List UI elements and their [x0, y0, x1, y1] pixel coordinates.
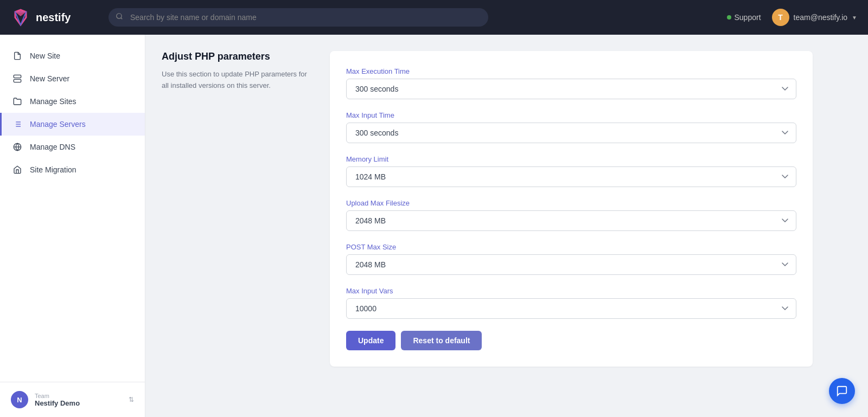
logo: nestify	[11, 8, 98, 27]
update-button[interactable]: Update	[346, 331, 395, 350]
sidebar-item-site-migration[interactable]: Site Migration	[0, 158, 145, 181]
form-group-upload-max-filesize: Upload Max Filesize 2048 MB 256 MB 512 M…	[346, 199, 796, 231]
search-icon	[116, 12, 123, 22]
sidebar-footer-avatar: N	[11, 391, 28, 408]
sidebar-footer-info: Team Nestify Demo	[35, 393, 122, 407]
sidebar-item-manage-dns[interactable]: Manage DNS	[0, 136, 145, 158]
nestify-logo-icon	[11, 8, 30, 27]
globe-icon	[12, 142, 22, 152]
user-email: team@nestify.io	[794, 13, 848, 22]
form-group-max-input-time: Max Input Time 300 seconds 60 seconds 12…	[346, 111, 796, 143]
user-menu[interactable]: T team@nestify.io ▼	[772, 9, 857, 26]
header: nestify Support T team@nestify.io ▼	[0, 0, 868, 35]
folder-icon	[12, 97, 22, 106]
label-max-input-vars: Max Input Vars	[346, 287, 796, 295]
sidebar: New Site New Server Manage Sites	[0, 35, 145, 417]
form-group-max-input-vars: Max Input Vars 10000 1000 3000 5000 2000…	[346, 287, 796, 319]
file-icon	[12, 51, 22, 61]
chevron-down-icon: ▼	[852, 15, 857, 21]
search-bar	[108, 8, 488, 27]
chat-fab-button[interactable]	[829, 378, 855, 404]
sidebar-item-label: Manage Servers	[30, 120, 86, 129]
select-max-input-time[interactable]: 300 seconds 60 seconds 120 seconds 180 s…	[346, 123, 796, 143]
label-max-input-time: Max Input Time	[346, 111, 796, 119]
form-group-memory-limit: Memory Limit 1024 MB 256 MB 512 MB 2048 …	[346, 155, 796, 187]
sidebar-team-label: Team	[35, 393, 122, 399]
select-memory-limit[interactable]: 1024 MB 256 MB 512 MB 2048 MB	[346, 166, 796, 187]
support-label: Support	[735, 13, 761, 22]
sidebar-item-label: New Site	[30, 52, 60, 60]
select-max-execution-time[interactable]: 300 seconds 60 seconds 120 seconds 180 s…	[346, 79, 796, 99]
main-content: Adjust PHP parameters Use this section t…	[145, 35, 868, 417]
sidebar-item-manage-sites[interactable]: Manage Sites	[0, 90, 145, 113]
avatar: T	[772, 9, 789, 26]
select-max-input-vars[interactable]: 10000 1000 3000 5000 20000	[346, 298, 796, 319]
sidebar-team-name: Nestify Demo	[35, 399, 122, 407]
right-panel: Max Execution Time 300 seconds 60 second…	[330, 51, 813, 367]
button-row: Update Reset to default	[346, 331, 796, 350]
header-right: Support T team@nestify.io ▼	[727, 9, 858, 26]
support-status-dot	[727, 15, 731, 20]
sidebar-item-new-server[interactable]: New Server	[0, 67, 145, 90]
svg-point-2	[117, 14, 122, 18]
sidebar-item-manage-servers[interactable]: Manage Servers	[0, 113, 145, 136]
list-icon	[12, 119, 22, 129]
svg-rect-3	[14, 75, 21, 78]
logo-text: nestify	[36, 11, 71, 24]
search-input[interactable]	[108, 8, 488, 27]
label-post-max-size: POST Max Size	[346, 243, 796, 251]
sidebar-nav: New Site New Server Manage Sites	[0, 40, 145, 382]
migration-icon	[12, 165, 22, 175]
form-group-post-max-size: POST Max Size 2048 MB 256 MB 512 MB 1024…	[346, 243, 796, 275]
select-upload-max-filesize[interactable]: 2048 MB 256 MB 512 MB 1024 MB	[346, 210, 796, 231]
section-title: Adjust PHP parameters	[162, 51, 314, 62]
sidebar-item-label: Site Migration	[30, 165, 76, 174]
server-icon	[12, 74, 22, 84]
support-button[interactable]: Support	[727, 13, 761, 22]
sidebar-item-new-site[interactable]: New Site	[0, 44, 145, 67]
sidebar-item-label: New Server	[30, 74, 69, 83]
label-max-execution-time: Max Execution Time	[346, 67, 796, 75]
layout: New Site New Server Manage Sites	[0, 35, 868, 417]
form-group-max-execution-time: Max Execution Time 300 seconds 60 second…	[346, 67, 796, 99]
svg-rect-4	[14, 79, 21, 82]
select-post-max-size[interactable]: 2048 MB 256 MB 512 MB 1024 MB	[346, 254, 796, 275]
left-panel: Adjust PHP parameters Use this section t…	[162, 51, 314, 367]
section-description: Use this section to update PHP parameter…	[162, 69, 314, 92]
sidebar-footer[interactable]: N Team Nestify Demo ⇅	[0, 382, 145, 417]
sidebar-item-label: Manage Sites	[30, 97, 76, 106]
sidebar-item-label: Manage DNS	[30, 143, 75, 151]
label-upload-max-filesize: Upload Max Filesize	[346, 199, 796, 207]
sidebar-footer-chevron-icon: ⇅	[129, 396, 134, 403]
reset-button[interactable]: Reset to default	[401, 331, 482, 350]
content-wrapper: Adjust PHP parameters Use this section t…	[162, 51, 813, 367]
label-memory-limit: Memory Limit	[346, 155, 796, 163]
